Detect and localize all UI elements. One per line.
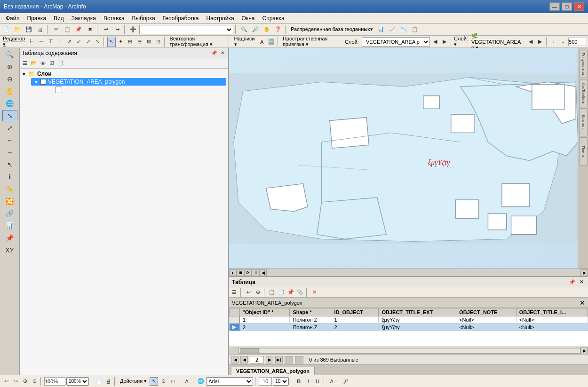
minimize-button[interactable]: — bbox=[549, 2, 560, 11]
table-btn7[interactable]: 📎 bbox=[296, 288, 304, 297]
print-btn[interactable]: 🖨 bbox=[35, 24, 45, 35]
bt-btn5[interactable]: 📄 bbox=[95, 377, 103, 386]
table-scrollbar-h[interactable]: ▶ bbox=[229, 347, 588, 354]
table-collapse-btn[interactable]: ✕ bbox=[580, 299, 585, 307]
add-data-btn[interactable]: ➕ bbox=[128, 24, 138, 35]
spatial-ref-label[interactable]: Пространственная привязка ▾ bbox=[281, 36, 342, 47]
geo-btn3[interactable]: 📉 bbox=[398, 24, 409, 35]
xy-btn[interactable]: XY bbox=[2, 245, 17, 256]
h-scroll-track[interactable] bbox=[238, 348, 580, 354]
maximize-button[interactable]: □ bbox=[562, 2, 572, 11]
table-btn3[interactable]: ⊕ bbox=[254, 288, 262, 297]
edit-btn5[interactable]: ↗ bbox=[65, 37, 74, 47]
help-context-btn[interactable]: ❓ bbox=[273, 24, 283, 35]
bt-btn2[interactable]: ↪ bbox=[11, 377, 20, 386]
zoom-input[interactable] bbox=[568, 38, 587, 46]
font-select[interactable]: Arial bbox=[206, 377, 253, 386]
bt-btn3[interactable]: ⊕ bbox=[21, 377, 29, 386]
underline-btn[interactable]: U bbox=[313, 377, 322, 386]
col-object-note[interactable]: OBJECT_NOTE bbox=[456, 308, 516, 316]
table-btn2[interactable]: ↩ bbox=[244, 288, 253, 297]
italic-btn[interactable]: I bbox=[304, 377, 312, 386]
table-pin-btn[interactable]: 📌 bbox=[568, 278, 576, 286]
menu-bookmark[interactable]: Закладка bbox=[68, 14, 100, 23]
globe-btn[interactable]: 🌐 bbox=[2, 98, 17, 109]
cell-title-ext-1[interactable]: ξμγΥζτγ bbox=[379, 316, 456, 324]
transform-btn4[interactable]: ⊟ bbox=[135, 37, 144, 47]
arctoolbox-btn[interactable]: ArcToolbox bbox=[579, 79, 588, 107]
col-id-object[interactable]: ID_OBJECT bbox=[331, 308, 379, 316]
catalog-btn[interactable]: Каталог bbox=[579, 108, 588, 136]
cut-btn[interactable]: ✂ bbox=[51, 24, 61, 35]
fix-btn[interactable]: 📌 bbox=[2, 232, 17, 244]
cell-idobj-1[interactable]: 1 bbox=[331, 316, 379, 324]
delete-btn[interactable]: ✖ bbox=[85, 24, 95, 35]
toc-pin-btn[interactable]: 📌 bbox=[210, 49, 218, 57]
toc-group-layers[interactable]: ▼ 📁 Слои bbox=[22, 71, 226, 77]
edit-btn6[interactable]: ↙ bbox=[75, 37, 83, 47]
pan-btn[interactable]: ✋ bbox=[262, 24, 272, 35]
transform-btn3[interactable]: ⊞ bbox=[126, 37, 135, 47]
save-btn[interactable]: 💾 bbox=[24, 24, 34, 35]
h-scroll-right[interactable]: ▶ bbox=[580, 347, 588, 355]
map-stop-btn[interactable]: ⏹ bbox=[237, 269, 244, 276]
labels-label[interactable]: Надписи ▾ bbox=[232, 36, 257, 47]
menu-geoprocessing[interactable]: Геообработка bbox=[159, 14, 203, 23]
nav-prev-btn[interactable]: ◀ bbox=[240, 356, 248, 363]
graph-btn[interactable]: 📊 bbox=[2, 220, 17, 231]
bt-select-btn[interactable]: ↖ bbox=[150, 377, 158, 386]
table-tab-vegetation[interactable]: VEGETATION_AREA_polygon bbox=[231, 367, 315, 375]
nav-btn1[interactable]: ◀ bbox=[526, 37, 535, 47]
label-btn2[interactable]: 🔤 bbox=[267, 37, 276, 47]
bt-btn8[interactable]: □ bbox=[168, 377, 177, 386]
layer-checkbox[interactable]: ✓ bbox=[40, 79, 46, 85]
cell-oid-2[interactable]: 2 bbox=[239, 324, 290, 331]
zoom-out-btn[interactable]: - bbox=[559, 37, 567, 47]
edit-btn1[interactable]: ⊢ bbox=[28, 37, 36, 47]
transform-btn5[interactable]: ⊠ bbox=[144, 37, 153, 47]
back-arrow-btn[interactable]: ← bbox=[2, 134, 17, 146]
nav-first-btn[interactable]: |◀ bbox=[231, 356, 238, 363]
globe-icon-btn[interactable]: 🌐 bbox=[197, 377, 205, 386]
menu-file[interactable]: Файл bbox=[2, 14, 24, 23]
col-shape[interactable]: Shape * bbox=[290, 308, 331, 316]
h-scroll-thumb[interactable] bbox=[240, 348, 259, 353]
search-btn[interactable]: Поиск bbox=[579, 137, 588, 166]
highlight-btn[interactable]: 🖊 bbox=[342, 377, 350, 386]
menu-insert[interactable]: Вставка bbox=[100, 14, 128, 23]
table-btn4[interactable]: 📋 bbox=[268, 288, 276, 297]
menu-select[interactable]: Выборка bbox=[128, 14, 159, 23]
cell-note-2[interactable]: <Null> bbox=[456, 324, 516, 331]
zoom-prev-btn[interactable]: ⤢ bbox=[2, 122, 17, 134]
find-route-btn[interactable]: 🔀 bbox=[2, 196, 17, 207]
copy-btn[interactable]: 📋 bbox=[62, 24, 72, 35]
zoom-percent-input[interactable] bbox=[44, 377, 65, 386]
toc-select-btn[interactable]: ☑ bbox=[48, 59, 56, 68]
menu-help[interactable]: Справка bbox=[258, 14, 288, 23]
geo-btn4[interactable]: 📋 bbox=[410, 24, 420, 35]
map-canvas[interactable]: ξμγΥζτγ bbox=[229, 48, 580, 269]
map-pause-btn[interactable]: ⏸ bbox=[252, 269, 259, 276]
zoom-in-map-btn[interactable]: ⊕ bbox=[2, 61, 17, 72]
page-input[interactable] bbox=[250, 356, 264, 363]
bt-btn4[interactable]: ⊖ bbox=[30, 377, 39, 386]
cell-shape-1[interactable]: Полигон Z bbox=[290, 316, 331, 324]
toc-source-btn[interactable]: 📂 bbox=[30, 59, 38, 68]
zoom-out-map-btn[interactable]: ⊖ bbox=[2, 73, 17, 85]
cell-title-in-1[interactable]: <Null> bbox=[516, 316, 588, 324]
toc-close-btn[interactable]: ✕ bbox=[219, 49, 226, 57]
spatial-btn2[interactable]: ▶ bbox=[440, 37, 449, 47]
edit-btn2[interactable]: ⊣ bbox=[37, 37, 46, 47]
map-scroll-h-track[interactable] bbox=[267, 269, 580, 276]
zoom-btn[interactable]: 🔎 bbox=[250, 24, 261, 35]
map-prev-btn[interactable]: ◀ bbox=[259, 269, 267, 276]
open-btn[interactable]: 📁 bbox=[12, 24, 23, 35]
nav-next-btn[interactable]: ▶ bbox=[266, 356, 273, 363]
table-view-btn[interactable] bbox=[285, 356, 293, 363]
map-play-btn[interactable]: ⏵ bbox=[229, 269, 237, 276]
pan-map-btn[interactable]: ✋ bbox=[2, 86, 17, 97]
table-row[interactable]: ▶ 2 Полигон Z 2 ξμγΥζτγ <Null> <Null> bbox=[230, 324, 588, 331]
font-size-input[interactable] bbox=[259, 377, 272, 386]
label-btn1[interactable]: A bbox=[258, 37, 266, 47]
toc-vis-btn[interactable]: 👁 bbox=[39, 59, 47, 68]
